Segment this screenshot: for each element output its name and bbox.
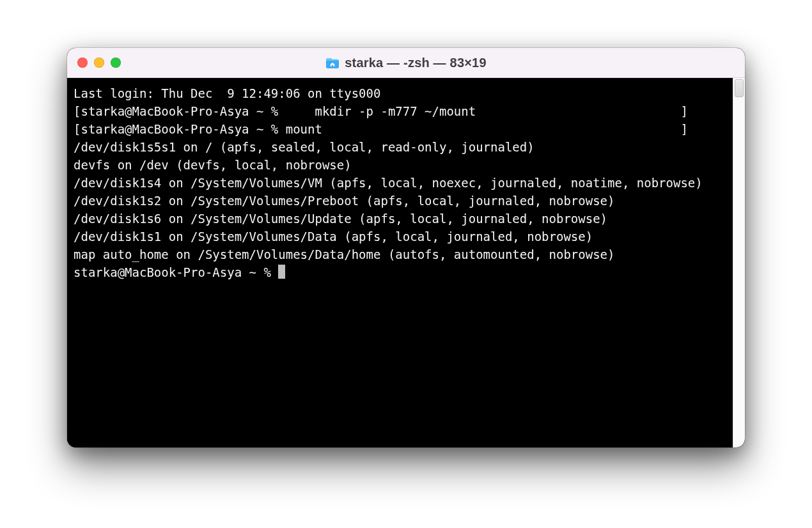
terminal-cursor [278, 265, 285, 279]
zoom-button[interactable] [111, 58, 121, 68]
terminal-line: /dev/disk1s6 on /System/Volumes/Update (… [74, 212, 607, 226]
window-title: starka — -zsh — 83×19 [345, 56, 487, 70]
terminal-window: starka — -zsh — 83×19 Last login: Thu De… [67, 48, 745, 447]
terminal-line: map auto_home on /System/Volumes/Data/ho… [74, 247, 614, 261]
vertical-scrollbar[interactable] [733, 78, 745, 447]
window-titlebar[interactable]: starka — -zsh — 83×19 [67, 48, 745, 78]
terminal-line: /dev/disk1s4 on /System/Volumes/VM (apfs… [74, 176, 703, 190]
terminal-line: Last login: Thu Dec 9 12:49:06 on ttys00… [74, 86, 380, 100]
terminal-area: Last login: Thu Dec 9 12:49:06 on ttys00… [67, 78, 745, 447]
folder-home-icon [325, 57, 340, 68]
terminal-output[interactable]: Last login: Thu Dec 9 12:49:06 on ttys00… [67, 78, 733, 447]
scrollbar-thumb[interactable] [735, 79, 744, 97]
terminal-line: /dev/disk1s2 on /System/Volumes/Preboot … [74, 194, 614, 208]
close-button[interactable] [77, 58, 88, 68]
terminal-line: [starka@MacBook-Pro-Asya ~ % mount ] [74, 122, 688, 136]
window-title-area: starka — -zsh — 83×19 [325, 56, 487, 70]
terminal-line: /dev/disk1s5s1 on / (apfs, sealed, local… [74, 140, 535, 154]
terminal-line: [starka@MacBook-Pro-Asya ~ % mkdir -p -m… [74, 104, 688, 118]
window-controls [77, 58, 121, 68]
terminal-prompt: starka@MacBook-Pro-Asya ~ % [74, 265, 278, 279]
minimize-button[interactable] [94, 58, 104, 68]
terminal-line: /dev/disk1s1 on /System/Volumes/Data (ap… [74, 229, 593, 244]
terminal-line: devfs on /dev (devfs, local, nobrowse) [74, 158, 352, 172]
